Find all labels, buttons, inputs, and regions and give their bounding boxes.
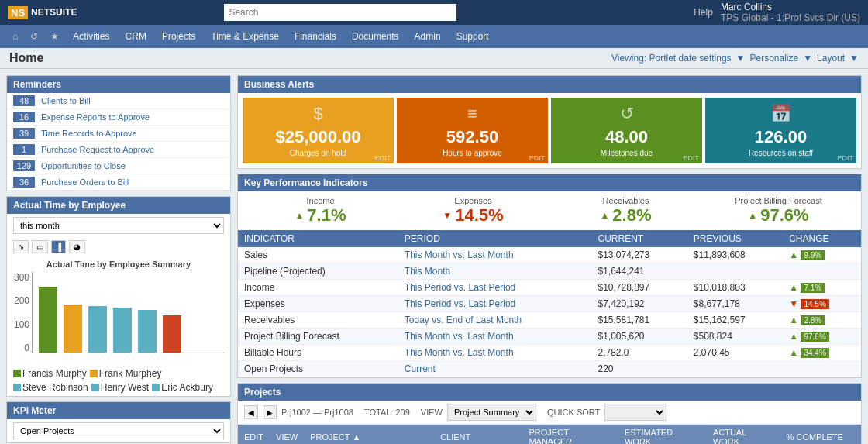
proj-col-header: VIEW (270, 425, 304, 444)
legend-item: Eric Ackbury (152, 382, 213, 393)
reminder-link[interactable]: Opportunities to Close (41, 161, 126, 170)
nav-admin[interactable]: Admin (408, 27, 447, 46)
nav-documents[interactable]: Documents (346, 27, 405, 46)
kpi-summary-value: ▲7.1% (246, 205, 395, 225)
chart-bar (138, 310, 157, 353)
current-cell: 220 (591, 361, 687, 377)
period-cell[interactable]: Today vs. End of Last Month (398, 312, 592, 329)
proj-col-header: ESTIMATED WORK (618, 425, 707, 444)
alert-card: ↺ 48.00 Milestones due EDIT (551, 98, 702, 163)
business-alerts-header: Business Alerts (238, 76, 861, 93)
kpi-meter-dropdown-wrap[interactable]: Open Projects (7, 419, 230, 442)
kpi-row: Pipeline (Projected) This Month $1,644,2… (238, 263, 861, 280)
kpi-summary-value: ▲2.8% (551, 205, 701, 225)
alert-edit-link[interactable]: EDIT (529, 154, 545, 162)
change-arrow: ▲ (789, 347, 798, 358)
reminder-link[interactable]: Time Records to Approve (41, 129, 137, 138)
nav-star-icon[interactable]: ★ (46, 27, 64, 46)
legend-dot (91, 384, 99, 391)
legend-label: Frank Murphey (99, 368, 162, 379)
period-cell[interactable]: This Period vs. Last Period (398, 280, 592, 296)
projects-next-btn[interactable]: ▶ (263, 405, 277, 419)
current-cell: $1,644,241 (591, 263, 687, 280)
nav-back-icon[interactable]: ↺ (26, 27, 43, 46)
personalize-button[interactable]: Personalize (749, 53, 798, 64)
proj-col-header: EDIT (238, 425, 270, 444)
indicator-cell: Expenses (238, 296, 398, 312)
chart-line-btn[interactable]: ∿ (13, 240, 29, 253)
layout-button[interactable]: Layout (817, 53, 845, 64)
alert-icon: 📅 (770, 104, 791, 124)
alert-card: 📅 126.00 Resources on staff EDIT (705, 98, 856, 163)
chart-bar (163, 315, 181, 353)
nav-time-expense[interactable]: Time & Expense (205, 27, 285, 46)
legend-dot (90, 370, 98, 377)
nav-activities[interactable]: Activities (67, 27, 115, 46)
indicator-cell: Billable Hours (238, 345, 398, 361)
reminder-link[interactable]: Purchase Request to Approve (41, 145, 154, 154)
previous-cell: $11,893,608 (687, 247, 783, 263)
kpi-col-header: PERIOD (398, 230, 592, 247)
viewing-label[interactable]: Viewing: Portlet date settings (611, 53, 732, 64)
logo-ns: NS (8, 6, 28, 19)
kpi-summary-value: ▲97.6% (704, 205, 853, 225)
reminder-link[interactable]: Clients to Bill (41, 96, 91, 105)
nav-crm[interactable]: CRM (119, 27, 153, 46)
previous-cell (687, 263, 783, 280)
kpi-panel: Key Performance Indicators Income ▲7.1% … (237, 174, 862, 378)
alert-edit-link[interactable]: EDIT (837, 154, 853, 162)
actual-time-dropdown[interactable]: this month (13, 217, 224, 234)
kpi-col-header: PREVIOUS (687, 230, 783, 247)
bar-chart (32, 272, 224, 353)
page-header: Home Viewing: Portlet date settings ▼ Pe… (0, 48, 868, 69)
projects-view-select[interactable]: Project Summary (447, 404, 536, 421)
alert-label: Resources on staff (749, 149, 813, 157)
period-cell[interactable]: This Period vs. Last Period (398, 296, 592, 312)
bar-fill (39, 287, 57, 353)
projects-sort-select[interactable] (604, 404, 666, 421)
alert-edit-link[interactable]: EDIT (374, 154, 391, 162)
top-right-actions: Help Marc Collins TPS Global - 1:Prof Sv… (694, 2, 860, 23)
kpi-meter-dropdown[interactable]: Open Projects (13, 422, 224, 439)
kpi-col-header: INDICATOR (238, 230, 398, 247)
reminder-item: 39Time Records to Approve (7, 126, 230, 142)
bar-fill (88, 306, 107, 353)
search-bar[interactable] (224, 4, 456, 21)
kpi-col-header: CURRENT (591, 230, 687, 247)
page-title: Home (9, 51, 43, 65)
nav-support[interactable]: Support (450, 27, 495, 46)
period-cell[interactable]: This Month vs. Last Month (398, 329, 592, 345)
nav-financials[interactable]: Financials (288, 27, 343, 46)
proj-col-header: PROJECT MANAGER (522, 425, 618, 444)
alert-value: 126.00 (755, 127, 807, 147)
kpi-col-header: CHANGE (783, 230, 861, 247)
alert-label: Charges on hold (290, 149, 346, 157)
projects-prev-btn[interactable]: ◀ (244, 405, 258, 419)
reminders-header: Reminders (7, 76, 230, 93)
chart-pie-btn[interactable]: ◕ (69, 240, 85, 253)
nav-projects[interactable]: Projects (156, 27, 202, 46)
legend-label: Francis Murphy (22, 368, 87, 379)
period-cell[interactable]: This Month (398, 263, 592, 280)
left-panel: Reminders 48Clients to Bill16Expense Rep… (6, 75, 231, 444)
kpi-row: Receivables Today vs. End of Last Month … (238, 312, 861, 329)
actual-time-dropdown-wrap[interactable]: this month (7, 214, 230, 237)
change-badge: 9.9% (801, 250, 825, 260)
help-link[interactable]: Help (694, 7, 713, 18)
nav-home-icon[interactable]: ⌂ (8, 27, 22, 46)
kpi-summary-label: Project Billing Forecast (704, 196, 853, 205)
reminder-link[interactable]: Purchase Orders to Bill (41, 177, 129, 187)
period-cell[interactable]: This Month vs. Last Month (398, 247, 592, 263)
reminder-link[interactable]: Expense Reports to Approve (41, 112, 150, 122)
period-cell[interactable]: Current (398, 361, 592, 377)
bar-fill (113, 308, 132, 353)
search-input[interactable] (224, 4, 456, 21)
chart-area-btn[interactable]: ▭ (32, 240, 48, 253)
previous-cell (687, 361, 783, 377)
period-cell[interactable]: This Month vs. Last Month (398, 345, 592, 361)
kpi-row: Income This Period vs. Last Period $10,7… (238, 280, 861, 296)
legend-dot (13, 370, 21, 377)
alert-edit-link[interactable]: EDIT (683, 154, 699, 162)
kpi-summary-label: Income (246, 196, 395, 205)
chart-bar-btn[interactable]: ▐ (51, 240, 66, 253)
